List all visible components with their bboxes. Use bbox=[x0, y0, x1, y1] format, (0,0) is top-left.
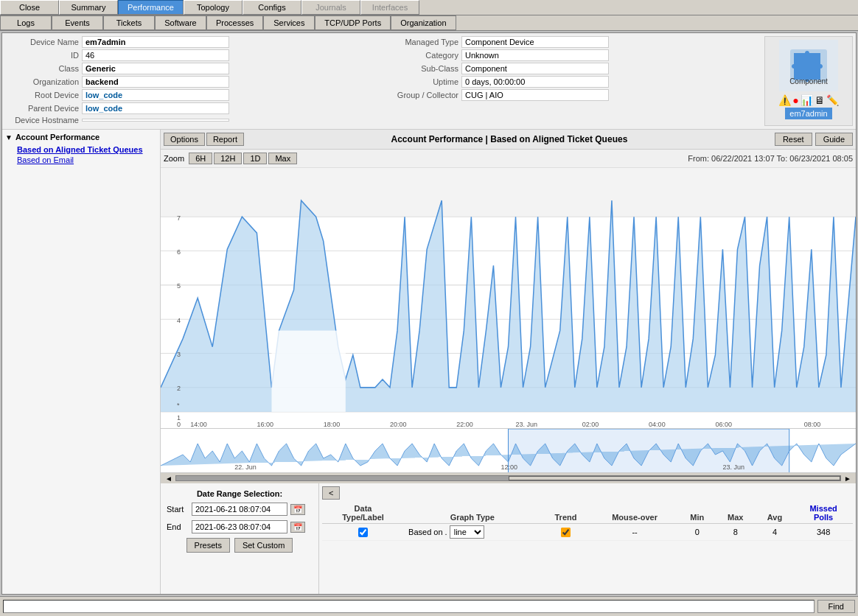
svg-text:23. Jun: 23. Jun bbox=[516, 419, 538, 428]
data-toolbar: < bbox=[322, 486, 853, 500]
tab-configs[interactable]: Configs bbox=[243, 0, 301, 15]
uptime-value: 0 days, 00:00:00 bbox=[461, 76, 609, 88]
data-panel: < DataType/Label Graph Type Trend Mouse-… bbox=[319, 483, 856, 594]
svg-text:02:00: 02:00 bbox=[582, 419, 599, 428]
device-icon-panel: Component ⚠️ ● 📊 🖥 ✏️ em7admin bbox=[764, 36, 853, 126]
tab-close[interactable]: Close bbox=[0, 0, 59, 15]
warning-icon[interactable]: ⚠️ bbox=[778, 94, 791, 106]
sidebar-header[interactable]: Account Performance bbox=[5, 133, 157, 141]
trend-checkbox[interactable] bbox=[561, 528, 571, 537]
scroll-left-btn[interactable]: ◄ bbox=[162, 475, 175, 483]
red-icon[interactable]: ● bbox=[792, 94, 798, 106]
device-left: Device Name em7admin ID 46 Class Generic… bbox=[5, 36, 370, 126]
tab-tcp-udp: TCP/UDP Ports bbox=[315, 15, 391, 30]
svg-text:08:00: 08:00 bbox=[804, 419, 821, 428]
tab-tickets[interactable]: Tickets bbox=[103, 15, 155, 30]
svg-text:2: 2 bbox=[177, 384, 181, 393]
svg-rect-3 bbox=[161, 168, 856, 217]
date-range: From: 06/22/2021 13:07 To: 06/23/2021 08… bbox=[688, 154, 853, 163]
svg-text:16:00: 16:00 bbox=[257, 419, 273, 428]
category-value: Unknown bbox=[461, 49, 609, 61]
end-calendar-btn[interactable]: 📅 bbox=[290, 522, 305, 533]
end-date-input[interactable] bbox=[192, 520, 287, 533]
report-button[interactable]: Report bbox=[206, 133, 244, 146]
scrollbar-track[interactable] bbox=[175, 475, 841, 481]
tab-organization[interactable]: Organization bbox=[391, 15, 456, 30]
device-id-label: ID bbox=[5, 51, 79, 60]
row-trend bbox=[541, 524, 591, 541]
component-icon: Component bbox=[779, 40, 838, 91]
main-chart[interactable]: 7 6 5 4 3 2 * 1 0 14:00 16:00 18:00 20:0… bbox=[161, 168, 856, 429]
end-label: End bbox=[167, 522, 189, 531]
tab-topology[interactable]: Topology bbox=[184, 0, 243, 15]
svg-rect-11 bbox=[271, 331, 345, 412]
zoom-1d[interactable]: 1D bbox=[243, 153, 267, 164]
tab-summary[interactable]: Summary bbox=[59, 0, 118, 15]
device-name-label: Device Name bbox=[5, 38, 79, 46]
svg-text:5: 5 bbox=[177, 281, 181, 290]
start-calendar-btn[interactable]: 📅 bbox=[290, 504, 305, 515]
zoom-buttons: 6H 12H 1D Max bbox=[189, 153, 297, 164]
start-date-input[interactable] bbox=[192, 503, 287, 516]
to-value: 06/23/2021 08:05 bbox=[789, 154, 853, 163]
tab-logs[interactable]: Logs bbox=[0, 15, 52, 30]
col-avg: Avg bbox=[756, 503, 794, 524]
tab-interfaces: Interfaces bbox=[360, 0, 419, 15]
chart-title: Account Performance | Based on Aligned T… bbox=[391, 134, 628, 144]
set-custom-button[interactable]: Set Custom bbox=[234, 538, 293, 553]
monitor-icon[interactable]: 🖥 bbox=[815, 94, 825, 106]
sidebar-item-aligned[interactable]: Based on Aligned Ticket Queues bbox=[5, 144, 157, 155]
svg-text:4: 4 bbox=[177, 315, 181, 324]
row-avg: 4 bbox=[756, 524, 794, 541]
search-input[interactable] bbox=[3, 600, 815, 613]
guide-button[interactable]: Guide bbox=[815, 133, 853, 146]
group-value: CUG | AIO bbox=[461, 89, 609, 101]
presets-button[interactable]: Presets bbox=[186, 538, 230, 553]
tab-performance[interactable]: Performance bbox=[118, 0, 184, 15]
zoom-max[interactable]: Max bbox=[268, 153, 297, 164]
row-mouseover: -- bbox=[590, 524, 678, 541]
edit-icon[interactable]: ✏️ bbox=[826, 94, 839, 106]
svg-text:23. Jun: 23. Jun bbox=[722, 463, 744, 471]
row-min: 0 bbox=[679, 524, 716, 541]
svg-rect-32 bbox=[509, 429, 789, 473]
device-name-value: em7admin bbox=[82, 36, 229, 48]
row-max: 8 bbox=[716, 524, 756, 541]
nav-left-btn[interactable]: < bbox=[322, 486, 340, 500]
zoom-12h[interactable]: 12H bbox=[214, 153, 242, 164]
svg-text:6: 6 bbox=[177, 248, 181, 256]
chart-icon[interactable]: 📊 bbox=[801, 94, 813, 106]
device-right: Managed Type Component Device Category U… bbox=[385, 36, 750, 126]
tab-journals: Journals bbox=[301, 0, 360, 15]
device-hostname-label: Device Hostname bbox=[5, 116, 79, 125]
scrollbar-thumb[interactable] bbox=[509, 476, 841, 480]
scroll-right-btn[interactable]: ► bbox=[841, 475, 854, 483]
mini-chart[interactable]: 22. Jun 12:00 23. Jun bbox=[161, 429, 856, 473]
reset-button[interactable]: Reset bbox=[775, 133, 812, 146]
date-range-title: Date Range Selection: bbox=[167, 489, 313, 498]
col-graph: Graph Type bbox=[404, 503, 540, 524]
row-checkbox[interactable] bbox=[358, 528, 368, 537]
table-row: Based on . line area bar bbox=[322, 524, 853, 541]
svg-text:22:00: 22:00 bbox=[456, 419, 473, 428]
tab-events[interactable]: Events bbox=[52, 15, 103, 30]
device-id-value: 46 bbox=[82, 49, 229, 61]
sidebar-item-email[interactable]: Based on Email bbox=[5, 155, 157, 165]
tab-processes: Processes bbox=[206, 15, 263, 30]
find-button[interactable]: Find bbox=[817, 600, 855, 613]
device-org-label: Organization bbox=[5, 77, 79, 86]
options-button[interactable]: Options bbox=[164, 133, 205, 146]
svg-text:22. Jun: 22. Jun bbox=[234, 463, 257, 471]
svg-text:Component: Component bbox=[789, 77, 828, 85]
bottom-section: Date Range Selection: Start 📅 End 📅 bbox=[161, 483, 856, 594]
chart-area: Options Report Account Performance | Bas… bbox=[161, 130, 856, 594]
row-label: Based on . line area bar bbox=[404, 524, 540, 541]
svg-text:12:00: 12:00 bbox=[501, 463, 517, 471]
svg-text:7: 7 bbox=[177, 213, 181, 222]
scrollbar[interactable]: ◄ ► bbox=[161, 473, 856, 483]
col-min: Min bbox=[679, 503, 716, 524]
zoom-6h[interactable]: 6H bbox=[189, 153, 212, 164]
graph-type-select[interactable]: line area bar bbox=[450, 525, 484, 539]
content-area: Account Performance Based on Aligned Tic… bbox=[2, 129, 856, 594]
device-root-label: Root Device bbox=[5, 91, 79, 99]
